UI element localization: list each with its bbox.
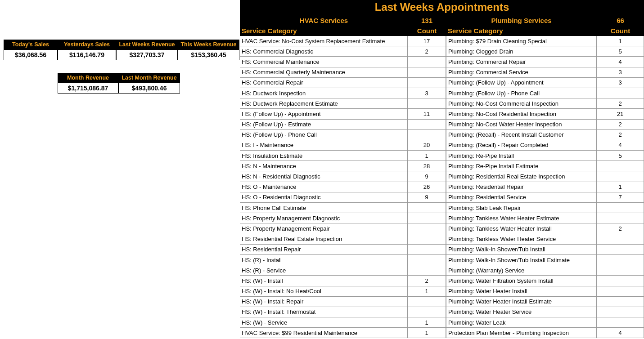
yesterday-sales-cell: Yesterdays Sales $116,146.79 [58, 40, 116, 60]
hvac-category-cell: HS: (R) - Service [240, 265, 408, 276]
plumbing-count-cell [597, 203, 644, 213]
table-row: Plumbing: Water Heater Service [446, 307, 644, 317]
table-row: Plumbing: No-Cost Commercial Inspection2 [446, 98, 644, 109]
plumbing-column: Plumbing: $79 Drain Cleaning Special1Plu… [446, 36, 644, 338]
hvac-category-cell: HS: O - Maintenance [240, 182, 408, 192]
plumbing-category-header: Service Category [446, 26, 597, 36]
thisweek-revenue-cell: This Weeks Revenue $153,360.45 [178, 40, 239, 60]
plumbing-count-cell: 2 [597, 223, 644, 234]
plumbing-category-cell: Plumbing: (Follow Up) - Phone Call [446, 88, 597, 98]
hvac-count-cell [408, 130, 446, 140]
table-row: HS: Phone Call Estimate [240, 203, 446, 213]
table-row: Plumbing: $79 Drain Cleaning Special1 [446, 36, 644, 46]
hvac-category-cell: HS: (W) - Install [240, 276, 408, 286]
hvac-category-cell: HS: Commercial Repair [240, 78, 408, 88]
plumbing-category-cell: Plumbing: Commercial Repair [446, 57, 597, 67]
table-row: Plumbing: No-Cost Water Heater Inspectio… [446, 120, 644, 130]
plumbing-category-cell: Plumbing: Clogged Drain [446, 46, 597, 57]
plumbing-category-cell: Plumbing: (Recall) - Recent Install Cust… [446, 130, 597, 140]
today-sales-value: $36,068.56 [4, 49, 58, 60]
plumbing-count-cell: 4 [597, 140, 644, 151]
hvac-category-cell: HS: Commercial Diagnostic [240, 46, 408, 57]
thisweek-revenue-label: This Weeks Revenue [178, 40, 239, 49]
table-row: HS: (R) - Service [240, 265, 446, 276]
plumbing-count-cell [597, 307, 644, 317]
plumbing-count-cell: 4 [597, 57, 644, 67]
table-row: Plumbing: (Follow Up) - Appointment3 [446, 78, 644, 88]
hvac-services-title: HVAC Services [240, 15, 408, 26]
hvac-count-cell: 2 [408, 276, 446, 286]
table-row: HS: Property Management Repair [240, 223, 446, 234]
plumbing-category-cell: Plumbing: (Follow Up) - Appointment [446, 78, 597, 88]
table-row: HS: Residential Repair [240, 245, 446, 255]
table-row: HVAC Service: No-Cost System Replacement… [240, 36, 446, 46]
lastmonth-revenue-cell: Last Month Revenue $493,800.46 [118, 73, 180, 94]
hvac-count-cell [408, 203, 446, 213]
hvac-category-cell: HS: Residential Real Estate Inspection [240, 234, 408, 245]
table-row: HS: O - Residential Diagnostic9 [240, 192, 446, 203]
hvac-count-cell [408, 234, 446, 245]
plumbing-count-cell: 5 [597, 46, 644, 57]
table-row: Protection Plan Member - Plumbing Inspec… [446, 328, 644, 338]
table-row: HS: N - Residential Diagnostic9 [240, 171, 446, 182]
plumbing-category-cell: Plumbing: Water Heater Service [446, 307, 597, 317]
plumbing-count-cell: 1 [597, 182, 644, 192]
hvac-category-header: Service Category [240, 26, 408, 36]
hvac-category-cell: HS: (W) - Install: Thermostat [240, 307, 408, 317]
table-row: Plumbing: Slab Leak Repair [446, 203, 644, 213]
table-row: HS: (W) - Install: No Heat/Cool1 [240, 286, 446, 297]
today-sales-label: Today's Sales [4, 40, 58, 49]
table-row: HS: (W) - Install2 [240, 276, 446, 286]
plumbing-count-cell [597, 245, 644, 255]
hvac-count-cell [408, 67, 446, 78]
hvac-column: HVAC Service: No-Cost System Replacement… [240, 36, 446, 338]
plumbing-category-cell: Plumbing: No-Cost Commercial Inspection [446, 98, 597, 109]
hvac-category-cell: HS: (W) - Service [240, 317, 408, 328]
dashboard: Today's Sales $36,068.56 Yesterdays Sale… [0, 0, 644, 338]
hvac-category-cell: HVAC Service: No-Cost System Replacement… [240, 36, 408, 46]
plumbing-category-cell: Plumbing: Re-Pipe Install Estimate [446, 161, 597, 171]
hvac-category-cell: HS: O - Residential Diagnostic [240, 192, 408, 203]
hvac-count-cell [408, 223, 446, 234]
plumbing-count-cell: 5 [597, 151, 644, 161]
plumbing-count-cell [597, 286, 644, 297]
table-row: HS: Commercial Diagnostic2 [240, 46, 446, 57]
revenue-row-1: Today's Sales $36,068.56 Yesterdays Sale… [4, 40, 240, 60]
hvac-category-cell: HS: (R) - Install [240, 255, 408, 265]
hvac-count-cell: 9 [408, 192, 446, 203]
plumbing-category-cell: Plumbing: Tankless Water Heater Install [446, 223, 597, 234]
hvac-count-cell [408, 265, 446, 276]
table-row: HS: (W) - Install: Thermostat [240, 307, 446, 317]
table-row: Plumbing: Walk-In Shower/Tub Install [446, 245, 644, 255]
hvac-count-cell: 26 [408, 182, 446, 192]
table-row: Plumbing: Residential Service7 [446, 192, 644, 203]
table-row: Plumbing: Tankless Water Heater Service [446, 234, 644, 245]
hvac-count-cell: 1 [408, 328, 446, 338]
hvac-category-cell: HS: Ductwork Replacement Estimate [240, 98, 408, 109]
hvac-category-cell: HVAC Service: $99 Residential Maintenanc… [240, 328, 408, 338]
table-row: Plumbing: Water Leak [446, 317, 644, 328]
plumbing-category-cell: Plumbing: (Warranty) Service [446, 265, 597, 276]
plumbing-count-cell [597, 265, 644, 276]
plumbing-count-cell: 7 [597, 192, 644, 203]
hvac-category-cell: HS: I - Maintenance [240, 140, 408, 151]
table-row: HS: Commercial Maintenance [240, 57, 446, 67]
hvac-count-cell: 1 [408, 317, 446, 328]
plumbing-category-cell: Plumbing: Re-Pipe Install [446, 151, 597, 161]
plumbing-count-header: Count [597, 26, 644, 36]
hvac-count-cell [408, 307, 446, 317]
revenue-row-2: Month Revenue $1,715,086.87 Last Month R… [58, 73, 240, 94]
hvac-category-cell: HS: N - Residential Diagnostic [240, 171, 408, 182]
plumbing-services-total: 66 [597, 15, 644, 26]
plumbing-category-cell: Protection Plan Member - Plumbing Inspec… [446, 328, 597, 338]
table-row: HS: (Follow Up) - Estimate [240, 120, 446, 130]
table-row: Plumbing: No-Cost Residential Inspection… [446, 109, 644, 119]
hvac-category-cell: HS: (Follow Up) - Estimate [240, 120, 408, 130]
table-row: HS: Residential Real Estate Inspection [240, 234, 446, 245]
month-revenue-value: $1,715,086.87 [58, 83, 118, 94]
table-row: Plumbing: Water Filtration System Instal… [446, 276, 644, 286]
table-row: HS: Insulation Estimate1 [240, 151, 446, 161]
plumbing-category-cell: Plumbing: Residential Service [446, 192, 597, 203]
plumbing-category-cell: Plumbing: Water Heater Install Estimate [446, 297, 597, 307]
plumbing-count-cell [597, 161, 644, 171]
